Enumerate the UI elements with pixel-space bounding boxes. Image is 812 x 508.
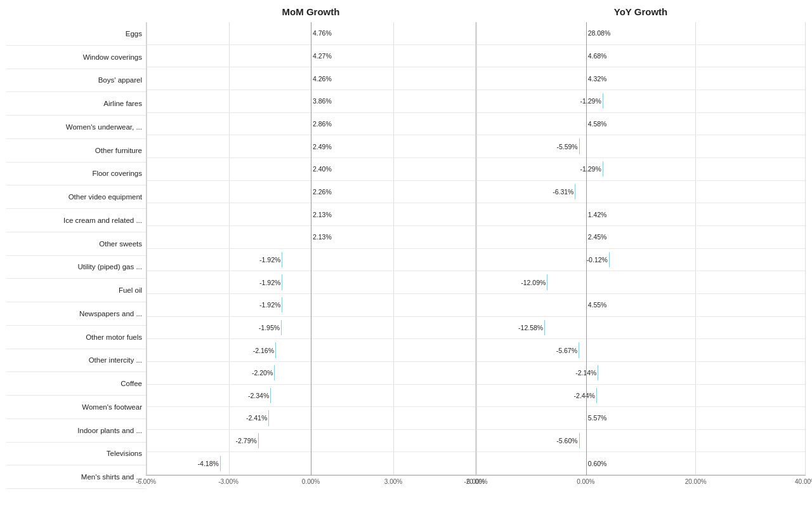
bar-inner: 2.86% [311,113,333,135]
bar-rect [274,365,275,380]
bar-inner: -1.29% [579,158,603,180]
bar-value-label: -2.34% [247,392,270,399]
bar-rect [258,433,259,448]
bar-rect [579,138,580,154]
bar-inner: 1.42% [586,203,608,225]
bar-inner: -1.92% [258,249,282,271]
bar-row: 4.55% [476,294,805,317]
bar-inner: 5.57% [586,407,608,429]
bar-row: 5.57% [476,407,805,430]
x-axis-tick: 20.00% [685,478,707,485]
bar-rect [268,410,269,425]
yoy-x-axis: -20.00%0.00%20.00%40.00% [476,475,806,489]
bar-inner: -5.60% [555,430,579,452]
bar-row: 4.58% [476,113,805,136]
bar-value-label: 1.42% [587,211,608,218]
bar-inner: -1.92% [258,294,282,316]
x-axis-tick: 0.00% [302,478,320,485]
bar-row: 2.45% [476,226,805,249]
mom-bars-area: 4.76%4.27%4.26%3.86%2.86%2.49%2.40%2.26%… [146,22,476,475]
mom-title: MoM Growth [146,6,476,17]
bar-inner: 2.40% [311,158,333,180]
bar-value-label: 2.49% [311,143,333,150]
bar-row: -12.58% [476,317,805,340]
bar-inner: -12.09% [520,271,547,293]
bar-row: -0.12% [476,249,805,272]
bar-inner: -5.67% [555,339,579,361]
bar-rect [275,342,276,358]
category-label: Fuel oil [6,279,146,302]
bar-value-label: 2.40% [311,165,333,173]
bar-inner: 2.45% [586,226,608,248]
x-axis-tick: 3.00% [384,478,402,485]
bar-rect [598,365,598,380]
category-label: Floor coverings [6,163,146,186]
yoy-chart: 28.08%4.68%4.32%-1.29%4.58%-5.59%-1.29%-… [476,22,806,489]
category-label: Airline fares [6,92,146,116]
bar-row: 4.68% [476,45,805,68]
bar-inner: 0.60% [586,452,608,474]
bar-value-label: -12.09% [520,279,547,286]
category-label: Newspapers and ... [6,302,146,326]
chart-container: MoM Growth YoY Growth EggsWindow coverin… [0,0,812,508]
bar-row: -1.29% [476,90,805,113]
bar-value-label: -12.58% [517,324,544,331]
bar-inner: 4.68% [586,45,608,67]
charts-area: EggsWindow coveringsBoys' apparelAirline… [6,22,806,489]
mom-chart: 4.76%4.27%4.26%3.86%2.86%2.49%2.40%2.26%… [146,22,476,489]
bar-inner: 4.32% [586,67,608,90]
bar-value-label: -2.79% [235,437,258,444]
bar-row: -5.60% [476,430,805,453]
bar-inner: 2.13% [311,203,333,225]
bar-rect [579,342,579,358]
bar-inner: -6.31% [551,181,575,203]
bar-value-label: -1.92% [258,256,282,264]
bar-rect [281,320,282,335]
bar-rect [603,161,603,177]
category-label: Televisions [6,443,146,466]
x-axis-tick: 40.00% [795,478,812,485]
bar-value-label: -2.16% [252,347,275,354]
bar-inner: -4.18% [197,452,221,474]
bar-value-label: -2.41% [245,414,268,422]
bar-row: 0.60% [476,452,805,475]
bar-rect [609,252,610,267]
bar-value-label: 4.55% [587,301,608,309]
bar-inner: 3.86% [311,90,333,112]
bar-value-label: 28.08% [587,29,612,37]
bar-inner: -1.29% [579,90,603,112]
category-label: Eggs [6,22,146,46]
bar-inner: 28.08% [586,22,612,44]
bar-value-label: -6.31% [551,188,575,196]
category-label: Women's underwear, ... [6,116,146,139]
bar-row: -12.09% [476,271,805,294]
bar-inner: 4.55% [586,294,608,316]
bar-row: -2.44% [476,385,805,408]
bar-value-label: -5.59% [555,143,579,150]
bar-value-label: -1.95% [258,324,281,331]
bar-value-label: -0.12% [586,256,609,264]
bar-value-label: -5.60% [555,437,579,444]
x-axis-tick: -6.00% [136,478,156,485]
category-label: Other video equipment [6,185,146,209]
category-label: Other motor fuels [6,326,146,349]
bar-inner: -2.34% [247,385,271,407]
bar-inner: 4.58% [586,113,608,135]
bar-inner: -1.92% [258,271,282,293]
bar-inner: -12.58% [517,317,545,339]
bar-value-label: 2.86% [311,120,333,128]
bar-row: 1.42% [476,203,805,226]
category-label: Indoor plants and ... [6,419,146,443]
x-axis-tick: 0.00% [577,478,594,485]
category-label: Other furniture [6,139,146,163]
yoy-title: YoY Growth [476,6,806,17]
x-axis-tick: -3.00% [218,478,239,485]
category-label: Other sweets [6,232,146,256]
category-label: Window coverings [6,46,146,69]
bar-row: -2.14% [476,362,805,385]
bar-row: 4.32% [476,67,805,90]
bar-inner: 4.76% [311,22,333,44]
category-label: Boys' apparel [6,69,146,93]
category-label: Coffee [6,372,146,396]
bar-rect [282,274,282,290]
